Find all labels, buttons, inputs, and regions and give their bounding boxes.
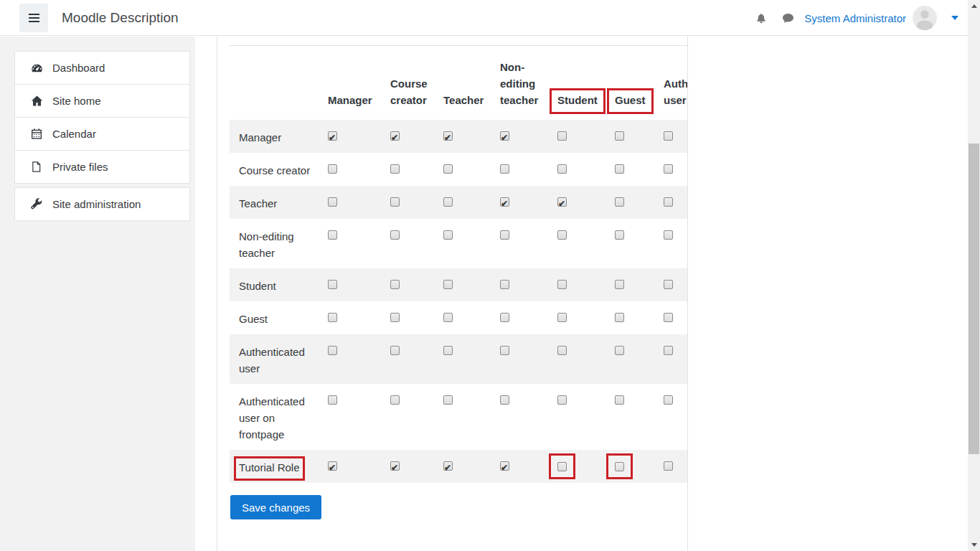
column-header-guest: Guest bbox=[606, 46, 654, 121]
checkbox-authenticated-user-student[interactable] bbox=[557, 346, 567, 355]
user-menu-link[interactable]: System Administrator bbox=[804, 12, 906, 24]
checkbox-student-course-creator[interactable] bbox=[390, 280, 400, 289]
checkbox-authenticated-user-on-frontpage-course-creator[interactable] bbox=[390, 395, 400, 405]
sidebar-item-dashboard[interactable]: Dashboard bbox=[14, 51, 190, 85]
checkbox-manager-authenticated-user[interactable] bbox=[664, 131, 673, 141]
checkbox-course-creator-student[interactable] bbox=[557, 164, 567, 174]
checkbox-tutorial-role-guest[interactable] bbox=[615, 462, 624, 471]
checkbox-authenticated-user-non-editing-teacher[interactable] bbox=[500, 346, 509, 355]
checkbox-non-editing-teacher-non-editing-teacher[interactable] bbox=[500, 230, 509, 240]
user-avatar[interactable] bbox=[913, 6, 937, 30]
matrix-cell bbox=[548, 450, 606, 483]
row-label-cell: Non-editing teacher bbox=[230, 219, 319, 268]
column-header-non-editing-teacher: Non-editing teacher bbox=[491, 46, 548, 121]
checkbox-non-editing-teacher-teacher[interactable] bbox=[443, 230, 453, 240]
checkbox-student-teacher[interactable] bbox=[443, 280, 453, 289]
checkbox-authenticated-user-on-frontpage-teacher[interactable] bbox=[443, 395, 453, 405]
checkbox-authenticated-user-course-creator[interactable] bbox=[390, 346, 400, 355]
checkbox-tutorial-role-non-editing-teacher[interactable] bbox=[500, 461, 509, 471]
checkbox-guest-course-creator[interactable] bbox=[390, 313, 400, 322]
checkbox-authenticated-user-on-frontpage-manager[interactable] bbox=[328, 395, 337, 405]
checkbox-manager-student[interactable] bbox=[557, 131, 567, 141]
scrollbar-thumb[interactable] bbox=[969, 143, 979, 454]
page-title: Moodle Description bbox=[62, 0, 179, 36]
checkbox-manager-course-creator[interactable] bbox=[390, 131, 400, 141]
checkbox-manager-teacher[interactable] bbox=[443, 131, 453, 141]
checkbox-non-editing-teacher-authenticated-user[interactable] bbox=[664, 230, 673, 240]
checkbox-guest-teacher[interactable] bbox=[443, 313, 453, 322]
checkbox-guest-authenticated-user[interactable] bbox=[664, 313, 673, 322]
sidebar-item-calendar[interactable]: Calendar bbox=[14, 117, 190, 151]
matrix-cell bbox=[491, 153, 548, 186]
hamburger-menu-button[interactable] bbox=[19, 4, 48, 32]
checkbox-non-editing-teacher-course-creator[interactable] bbox=[390, 230, 400, 240]
checkbox-student-non-editing-teacher[interactable] bbox=[500, 280, 509, 289]
scroll-up-arrow-icon[interactable] bbox=[968, 0, 980, 12]
checkbox-teacher-student[interactable] bbox=[557, 197, 567, 207]
checkbox-manager-guest[interactable] bbox=[615, 131, 624, 141]
messages-chat-icon[interactable] bbox=[782, 12, 794, 24]
checkbox-authenticated-user-manager[interactable] bbox=[328, 346, 337, 355]
checkbox-authenticated-user-on-frontpage-guest[interactable] bbox=[615, 395, 624, 405]
checkbox-course-creator-teacher[interactable] bbox=[443, 164, 453, 174]
matrix-cell bbox=[654, 450, 687, 483]
checkbox-course-creator-non-editing-teacher[interactable] bbox=[500, 164, 509, 174]
save-changes-button[interactable]: Save changes bbox=[230, 495, 321, 519]
sidebar-item-private-files[interactable]: Private files bbox=[14, 150, 190, 184]
checkbox-student-manager[interactable] bbox=[328, 280, 337, 289]
checkbox-student-student[interactable] bbox=[557, 280, 567, 289]
vertical-scrollbar[interactable] bbox=[968, 0, 980, 551]
checkbox-teacher-manager[interactable] bbox=[328, 197, 337, 207]
checkbox-course-creator-manager[interactable] bbox=[328, 164, 337, 174]
matrix-cell bbox=[319, 186, 381, 219]
checkbox-authenticated-user-guest[interactable] bbox=[615, 346, 624, 355]
user-dropdown-caret-icon[interactable] bbox=[951, 16, 958, 20]
checkbox-manager-non-editing-teacher[interactable] bbox=[500, 131, 509, 141]
checkbox-authenticated-user-on-frontpage-authenticated-user[interactable] bbox=[664, 395, 673, 405]
checkbox-guest-manager[interactable] bbox=[328, 313, 337, 322]
sidebar-item-site-administration[interactable]: Site administration bbox=[14, 187, 190, 221]
notifications-bell-icon[interactable] bbox=[755, 12, 767, 24]
home-icon bbox=[31, 95, 43, 107]
checkbox-non-editing-teacher-manager[interactable] bbox=[328, 230, 337, 240]
checkbox-tutorial-role-course-creator[interactable] bbox=[390, 461, 400, 471]
checkbox-guest-student[interactable] bbox=[557, 313, 567, 322]
scroll-down-arrow-icon[interactable] bbox=[968, 539, 980, 551]
checkbox-manager-manager[interactable] bbox=[328, 131, 337, 141]
checkbox-student-guest[interactable] bbox=[615, 280, 624, 289]
table-row-non-editing-teacher: Non-editing teacher bbox=[230, 219, 687, 268]
checkbox-course-creator-course-creator[interactable] bbox=[390, 164, 400, 174]
matrix-cell bbox=[381, 384, 434, 450]
checkbox-teacher-authenticated-user[interactable] bbox=[664, 197, 673, 207]
checkbox-course-creator-guest[interactable] bbox=[615, 164, 624, 174]
checkbox-teacher-teacher[interactable] bbox=[443, 197, 453, 207]
checkbox-teacher-non-editing-teacher[interactable] bbox=[500, 197, 509, 207]
checkbox-student-authenticated-user[interactable] bbox=[664, 280, 673, 289]
table-row-tutorial-role: Tutorial Role bbox=[230, 450, 687, 483]
matrix-cell bbox=[381, 120, 434, 153]
checkbox-tutorial-role-teacher[interactable] bbox=[443, 461, 453, 471]
checkbox-authenticated-user-on-frontpage-non-editing-teacher[interactable] bbox=[500, 395, 509, 405]
matrix-cell bbox=[381, 219, 434, 268]
table-row-guest: Guest bbox=[230, 301, 687, 334]
checkbox-non-editing-teacher-guest[interactable] bbox=[615, 230, 624, 240]
checkbox-guest-non-editing-teacher[interactable] bbox=[500, 313, 509, 322]
checkbox-tutorial-role-authenticated-user[interactable] bbox=[664, 461, 673, 471]
checkbox-course-creator-authenticated-user[interactable] bbox=[664, 164, 673, 174]
checkbox-tutorial-role-manager[interactable] bbox=[328, 461, 337, 471]
red-highlight-box: Student bbox=[550, 88, 606, 114]
checkbox-tutorial-role-student[interactable] bbox=[557, 462, 567, 471]
checkbox-guest-guest[interactable] bbox=[615, 313, 624, 322]
matrix-cell bbox=[548, 219, 606, 268]
checkbox-teacher-course-creator[interactable] bbox=[390, 197, 400, 207]
matrix-cell bbox=[654, 384, 687, 450]
checkbox-non-editing-teacher-student[interactable] bbox=[557, 230, 567, 240]
sidebar-item-site-home[interactable]: Site home bbox=[14, 84, 190, 118]
checkbox-authenticated-user-teacher[interactable] bbox=[443, 346, 453, 355]
matrix-cell bbox=[381, 301, 434, 334]
column-header-authenticated-user: Authenticated user bbox=[654, 46, 687, 121]
checkbox-authenticated-user-authenticated-user[interactable] bbox=[664, 346, 673, 355]
matrix-cell bbox=[548, 301, 606, 334]
checkbox-authenticated-user-on-frontpage-student[interactable] bbox=[557, 395, 567, 405]
checkbox-teacher-guest[interactable] bbox=[615, 197, 624, 207]
